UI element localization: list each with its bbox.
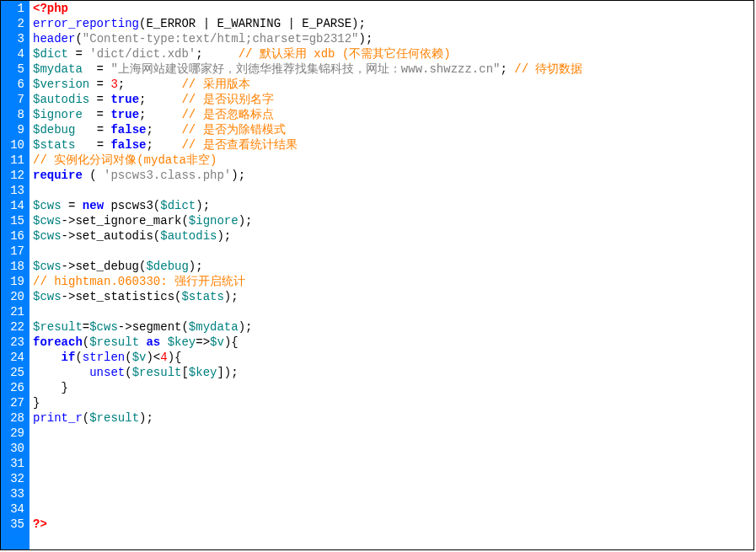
token: = xyxy=(83,108,111,121)
code-line[interactable]: // hightman.060330: 强行开启统计 xyxy=(33,274,750,289)
code-line[interactable]: $result=$cws->segment($mydata); xyxy=(33,319,750,335)
token: ); xyxy=(239,214,253,228)
token: ( xyxy=(75,351,82,364)
code-line[interactable]: header("Content-type:text/html;charset=g… xyxy=(33,31,750,46)
line-number: 31 xyxy=(6,456,24,471)
code-line[interactable]: foreach($result as $key=>$v){ xyxy=(33,335,750,350)
token: // 是否为除错模式 xyxy=(181,123,285,137)
code-line[interactable] xyxy=(33,471,750,486)
code-line[interactable]: $cws->set_ignore_mark($ignore); xyxy=(33,213,750,228)
token: ->segment( xyxy=(118,320,189,334)
token: ); xyxy=(224,290,239,303)
code-line[interactable] xyxy=(33,501,750,517)
code-line[interactable]: if(strlen($v)<4){ xyxy=(33,350,750,365)
token: $stats xyxy=(33,138,75,152)
line-number: 25 xyxy=(6,365,24,380)
code-line[interactable] xyxy=(33,426,750,441)
token: as xyxy=(146,335,160,349)
token: ->set_ignore_mark( xyxy=(62,214,189,228)
token: $cws xyxy=(33,214,62,228)
token: => xyxy=(196,335,210,349)
code-line[interactable]: $ignore = true; // 是否忽略标点 xyxy=(33,107,750,122)
token: ( xyxy=(83,411,89,425)
line-number: 5 xyxy=(6,62,24,77)
code-line[interactable]: $cws = new pscws3($dict); xyxy=(33,198,750,213)
code-line[interactable] xyxy=(33,304,750,319)
token: unset xyxy=(89,366,125,379)
token: ; xyxy=(146,138,181,152)
token: ; xyxy=(500,62,514,76)
token: = xyxy=(83,62,111,76)
token: strlen xyxy=(83,351,125,364)
token: $debug xyxy=(146,260,188,273)
token: 'pscws3.class.php' xyxy=(104,169,231,182)
code-line[interactable]: require ( 'pscws3.class.php'); xyxy=(33,168,750,183)
token: ( xyxy=(83,335,89,349)
token: $key xyxy=(168,335,196,349)
code-line[interactable] xyxy=(33,486,750,501)
line-number: 2 xyxy=(6,16,24,31)
token: require xyxy=(33,169,83,182)
line-number: 30 xyxy=(6,441,24,456)
token: ; xyxy=(196,47,238,61)
code-line[interactable]: $autodis = true; // 是否识别名字 xyxy=(33,92,750,107)
line-number: 16 xyxy=(6,228,24,244)
line-number: 24 xyxy=(6,350,24,365)
code-line[interactable]: // 实例化分词对像(mydata非空) xyxy=(33,153,750,168)
code-line[interactable]: $cws->set_debug($debug); xyxy=(33,259,750,274)
token: } xyxy=(33,381,68,394)
token: true xyxy=(110,108,139,121)
code-line[interactable]: $cws->set_statistics($stats); xyxy=(33,289,750,304)
token: ; xyxy=(139,93,181,106)
code-line[interactable]: $mydata = "上海网站建设哪家好，刘德华推荐找集锦科技，网址：www.s… xyxy=(33,62,750,77)
token: $result xyxy=(89,411,139,425)
code-line[interactable]: ?> xyxy=(33,517,750,532)
line-gutter: 1234567891011121314151617181920212223242… xyxy=(1,1,29,549)
code-line[interactable]: $version = 3; // 采用版本 xyxy=(33,77,750,92)
code-line[interactable] xyxy=(33,456,750,471)
token: $ignore xyxy=(189,214,239,228)
code-line[interactable] xyxy=(33,441,750,456)
token: $dict xyxy=(33,47,68,61)
token: // 是否识别名字 xyxy=(181,93,273,106)
token: $v xyxy=(210,335,224,349)
code-line[interactable] xyxy=(33,183,750,198)
token: $v xyxy=(132,351,147,364)
code-line[interactable]: $cws->set_autodis($autodis); xyxy=(33,228,750,244)
token: = xyxy=(62,199,83,212)
code-line[interactable]: } xyxy=(33,380,750,395)
token: true xyxy=(110,93,139,106)
line-number: 34 xyxy=(6,501,24,517)
code-line[interactable] xyxy=(33,244,750,259)
token: foreach xyxy=(33,335,83,349)
token: ->set_statistics( xyxy=(62,290,182,303)
token: $cws xyxy=(33,260,62,273)
token: // 采用版本 xyxy=(181,78,249,91)
token: // 待切数据 xyxy=(514,62,582,76)
line-number: 35 xyxy=(6,517,24,532)
token: // 是否查看统计结果 xyxy=(181,138,297,152)
token: print_r xyxy=(33,411,83,425)
token: = xyxy=(75,123,110,137)
code-area[interactable]: <?phperror_reporting(E_ERROR | E_WARNING… xyxy=(29,1,753,549)
line-number: 22 xyxy=(6,319,24,335)
code-line[interactable]: unset($result[$key]); xyxy=(33,365,750,380)
code-line[interactable]: $debug = false; // 是否为除错模式 xyxy=(33,122,750,137)
token: = xyxy=(75,138,110,152)
code-line[interactable]: <?php xyxy=(33,1,750,16)
token: $mydata xyxy=(189,320,239,334)
code-line[interactable]: $stats = false; // 是否查看统计结果 xyxy=(33,137,750,153)
token: ); xyxy=(358,32,373,46)
line-number: 29 xyxy=(6,426,24,441)
token: $autodis xyxy=(160,229,217,243)
code-line[interactable]: print_r($result); xyxy=(33,410,750,426)
token xyxy=(33,351,62,364)
token: // 是否忽略标点 xyxy=(181,108,273,121)
token: <?php xyxy=(33,2,68,15)
code-line[interactable]: } xyxy=(33,395,750,410)
line-number: 12 xyxy=(6,168,24,183)
line-number: 3 xyxy=(6,31,24,46)
token: )< xyxy=(146,351,160,364)
code-line[interactable]: error_reporting(E_ERROR | E_WARNING | E_… xyxy=(33,16,750,31)
code-line[interactable]: $dict = 'dict/dict.xdb'; // 默认采用 xdb (不需… xyxy=(33,46,750,62)
